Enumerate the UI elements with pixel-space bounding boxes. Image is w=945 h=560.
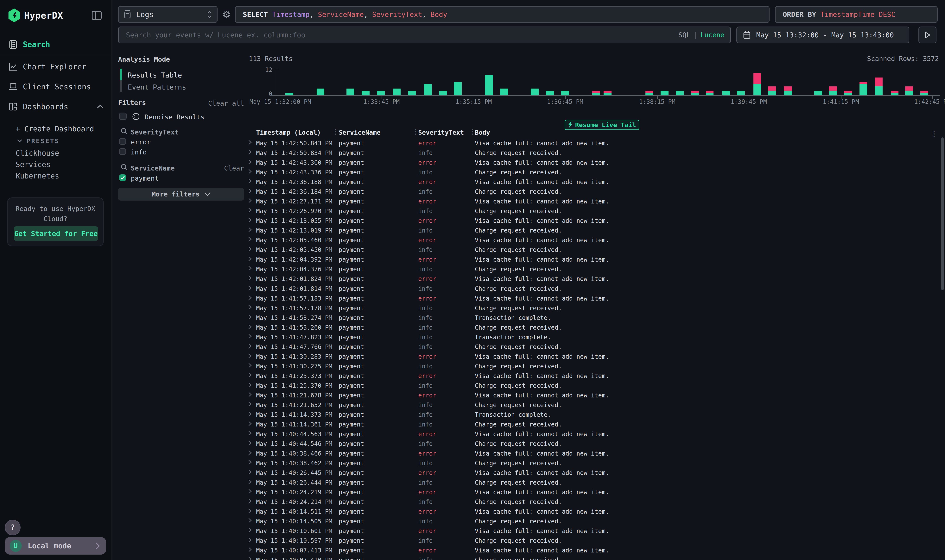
date-range-picker[interactable]: May 15 13:32:00 - May 15 13:43:00 (736, 26, 910, 43)
row-expand-icon[interactable] (248, 140, 252, 145)
gear-icon[interactable]: ⚙ (220, 9, 233, 20)
row-expand-icon[interactable] (248, 314, 252, 320)
sidebar-item-search[interactable]: Search (0, 37, 112, 52)
source-select[interactable]: Logs (118, 6, 217, 23)
histogram-bar[interactable] (691, 91, 699, 95)
hyperdx-logo-icon[interactable] (8, 9, 20, 22)
row-expand-icon[interactable] (248, 411, 252, 417)
row-expand-icon[interactable] (248, 285, 252, 291)
row-expand-icon[interactable] (248, 353, 252, 358)
collapse-sidebar-icon[interactable] (91, 10, 102, 21)
row-expand-icon[interactable] (248, 547, 252, 552)
row-expand-icon[interactable] (248, 169, 252, 174)
log-row[interactable]: May 15 1:40:44.563 PMpaymenterrorVisa ca… (248, 429, 940, 439)
column-servicename[interactable]: ServiceName (339, 129, 381, 136)
more-filters-button[interactable]: More filters (118, 188, 244, 200)
row-expand-icon[interactable] (248, 149, 252, 155)
log-row[interactable]: May 15 1:42:13.055 PMpaymenterrorVisa ca… (248, 216, 940, 226)
histogram-bar[interactable] (408, 91, 416, 95)
histogram-bar[interactable] (347, 89, 354, 95)
row-expand-icon[interactable] (248, 528, 252, 533)
histogram-bar[interactable] (829, 86, 837, 95)
log-row[interactable]: May 15 1:42:43.336 PMpaymentinfoCharge r… (248, 168, 940, 177)
log-row[interactable]: May 15 1:40:26.445 PMpaymenterrorVisa ca… (248, 468, 940, 478)
sidebar-item-client-sessions[interactable]: Client Sessions (0, 79, 112, 95)
histogram-bar[interactable] (592, 91, 600, 95)
lang-toggle-sql[interactable]: SQL (678, 31, 691, 39)
log-row[interactable]: May 15 1:41:14.373 PMpaymentinfoTransact… (248, 410, 940, 420)
histogram-bar[interactable] (844, 91, 852, 95)
histogram-bar[interactable] (362, 91, 369, 95)
column-resize-handle[interactable]: ⋮ (332, 128, 339, 135)
log-row[interactable]: May 15 1:40:07.413 PMpaymenterrorVisa ca… (248, 546, 940, 555)
log-row[interactable]: May 15 1:42:05.460 PMpaymenterrorVisa ca… (248, 235, 940, 245)
histogram-bar[interactable] (920, 91, 928, 95)
log-row[interactable]: May 15 1:42:36.188 PMpaymenterrorVisa ca… (248, 177, 940, 187)
row-expand-icon[interactable] (248, 498, 252, 504)
histogram-bar[interactable] (546, 91, 554, 95)
row-expand-icon[interactable] (248, 266, 252, 271)
row-expand-icon[interactable] (248, 246, 252, 252)
log-row[interactable]: May 15 1:42:01.824 PMpaymenterrorVisa ca… (248, 274, 940, 284)
row-expand-icon[interactable] (248, 489, 252, 494)
histogram-bar[interactable] (860, 82, 867, 95)
filter-checkbox-info[interactable] (119, 148, 126, 155)
histogram-bar[interactable] (604, 91, 611, 95)
lang-toggle-lucene[interactable]: Lucene (700, 31, 724, 39)
row-expand-icon[interactable] (248, 440, 252, 446)
row-expand-icon[interactable] (248, 479, 252, 485)
column-resize-handle[interactable]: ⋮ (412, 128, 419, 135)
log-row[interactable]: May 15 1:41:25.370 PMpaymentinfoCharge r… (248, 381, 940, 391)
log-row[interactable]: May 15 1:42:27.131 PMpaymenterrorVisa ca… (248, 197, 940, 206)
row-expand-icon[interactable] (248, 275, 252, 281)
filter-group-servicename[interactable]: ServiceName (131, 164, 174, 172)
mode-event-patterns[interactable]: Event Patterns (128, 83, 186, 91)
histogram-bar[interactable] (531, 89, 538, 95)
row-expand-icon[interactable] (248, 508, 252, 514)
log-row[interactable]: May 15 1:40:14.511 PMpaymenterrorVisa ca… (248, 507, 940, 517)
log-row[interactable]: May 15 1:41:53.260 PMpaymentinfoCharge r… (248, 323, 940, 332)
log-row[interactable]: May 15 1:40:26.444 PMpaymentinfoCharge r… (248, 478, 940, 488)
histogram-bar[interactable] (454, 82, 462, 95)
log-row[interactable]: May 15 1:40:10.601 PMpaymenterrorVisa ca… (248, 526, 940, 536)
row-expand-icon[interactable] (248, 237, 252, 242)
table-menu-icon[interactable]: ⋮ (930, 129, 937, 138)
histogram-bar[interactable] (706, 91, 714, 95)
histogram-bar[interactable] (500, 89, 508, 95)
search-input[interactable] (125, 31, 678, 40)
log-row[interactable]: May 15 1:41:30.275 PMpaymentinfoCharge r… (248, 362, 940, 371)
preset-item[interactable]: Kubernetes (16, 172, 59, 180)
log-row[interactable]: May 15 1:42:13.019 PMpaymentinfoCharge r… (248, 226, 940, 235)
get-started-button[interactable]: Get Started for Free (14, 226, 98, 241)
row-expand-icon[interactable] (248, 469, 252, 475)
log-row[interactable]: May 15 1:40:24.219 PMpaymenterrorVisa ca… (248, 488, 940, 497)
histogram-bar[interactable] (285, 93, 293, 95)
log-row[interactable]: May 15 1:42:43.360 PMpaymenterrorVisa ca… (248, 158, 940, 168)
row-expand-icon[interactable] (248, 392, 252, 397)
row-expand-icon[interactable] (248, 217, 252, 223)
log-row[interactable]: May 15 1:42:04.392 PMpaymenterrorVisa ca… (248, 255, 940, 265)
log-row[interactable]: May 15 1:42:05.450 PMpaymentinfoCharge r… (248, 245, 940, 255)
log-row[interactable]: May 15 1:42:50.843 PMpaymenterrorVisa ca… (248, 138, 940, 148)
log-row[interactable]: May 15 1:42:04.376 PMpaymentinfoCharge r… (248, 265, 940, 274)
user-menu[interactable]: U Local mode (5, 537, 106, 555)
row-expand-icon[interactable] (248, 324, 252, 329)
histogram-bar[interactable] (784, 86, 792, 95)
row-expand-icon[interactable] (248, 372, 252, 378)
help-button[interactable]: ? (5, 520, 20, 535)
column-severitytext[interactable]: SeverityText (418, 129, 464, 136)
row-expand-icon[interactable] (248, 343, 252, 349)
histogram-bar[interactable] (393, 89, 401, 95)
presets-toggle[interactable]: PRESETS (17, 137, 60, 145)
row-expand-icon[interactable] (248, 198, 252, 203)
histogram-bar[interactable] (439, 91, 447, 95)
log-row[interactable]: May 15 1:42:36.184 PMpaymentinfoCharge r… (248, 187, 940, 197)
histogram-bar[interactable] (424, 84, 432, 95)
results-histogram[interactable] (275, 69, 937, 95)
histogram-bar[interactable] (768, 86, 776, 95)
log-row[interactable]: May 15 1:41:57.183 PMpaymenterrorVisa ca… (248, 294, 940, 303)
row-expand-icon[interactable] (248, 382, 252, 388)
row-expand-icon[interactable] (248, 431, 252, 436)
filter-group-severitytext[interactable]: SeverityText (131, 128, 179, 136)
histogram-bar[interactable] (722, 91, 730, 95)
